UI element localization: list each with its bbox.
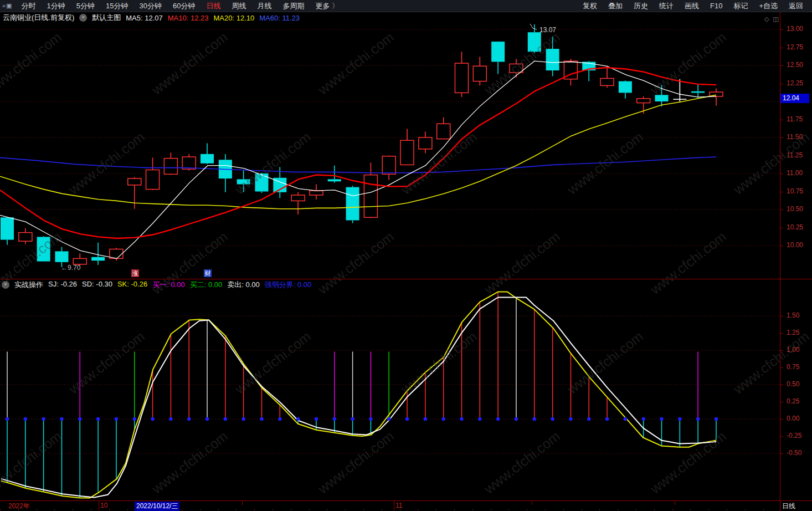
period-tab-5[interactable]: 30分钟 xyxy=(133,1,167,11)
candle xyxy=(400,129,414,165)
candle xyxy=(37,236,50,262)
period-tab-1[interactable]: 分时 xyxy=(16,1,42,11)
price-tick xyxy=(780,120,783,120)
candle xyxy=(19,228,32,244)
price-axis-label: 13.00 xyxy=(787,25,803,33)
time-axis[interactable]: 日线 2022年102022/10/12/三11 xyxy=(0,501,812,511)
main-candlestick-chart[interactable]: ←9.7013.07 xyxy=(0,12,780,279)
tool-button-1[interactable]: 复权 xyxy=(577,1,603,11)
indicator-field: SJ: -0.26 xyxy=(48,280,77,290)
tool-button-5[interactable]: 画线 xyxy=(679,1,705,11)
chevron-down-icon[interactable]: ˅ xyxy=(2,281,9,289)
indicator-tick xyxy=(780,367,783,368)
ma-legend: MA5: 12.07MA10: 12.23MA20: 12.10MA60: 11… xyxy=(126,14,300,22)
tool-button-4[interactable]: 统计 xyxy=(654,1,679,11)
price-tick xyxy=(780,209,783,210)
time-axis-minor-tick xyxy=(242,500,243,505)
zero-line-dot xyxy=(696,417,700,421)
indicator-tick xyxy=(780,419,783,420)
indicator-field: 强弱分界: 0.00 xyxy=(265,280,312,290)
zero-line-dot xyxy=(151,417,154,421)
time-axis-label[interactable]: 10 xyxy=(100,502,107,509)
price-axis-label: 10.50 xyxy=(787,205,803,213)
stock-chart-window: »▣ 分时1分钟5分钟15分钟30分钟60分钟日线周线月线多周期更多 〉 复权叠… xyxy=(0,0,812,511)
zero-line-dot xyxy=(405,417,409,421)
period-tab-7[interactable]: 日线 xyxy=(201,1,226,11)
candle xyxy=(600,66,614,88)
time-axis-label[interactable]: 11 xyxy=(395,502,402,509)
tool-menu: 复权叠加历史统计画线F10标记+自选返回 xyxy=(577,0,812,12)
zero-line-dot xyxy=(205,417,209,421)
zero-line-dot xyxy=(369,417,372,421)
ma-value-MA5: MA5: 12.07 xyxy=(126,14,163,22)
selected-date-label[interactable]: 2022/10/12/三 xyxy=(135,502,179,511)
ma-value-MA20: MA20: 12.10 xyxy=(214,14,255,22)
price-tick xyxy=(780,173,783,174)
zero-line-dot xyxy=(315,417,318,421)
period-tab-10[interactable]: 多周期 xyxy=(277,1,310,11)
indicator-tick xyxy=(780,453,783,454)
price-axis-label: 11.00 xyxy=(787,169,803,177)
tool-button-2[interactable]: 叠加 xyxy=(603,1,628,11)
indicator-curve-SK xyxy=(1,292,716,498)
indicator-axis-label: 0.00 xyxy=(787,415,799,422)
time-axis-label[interactable]: 2022年 xyxy=(8,502,30,511)
zero-line-dot xyxy=(715,417,718,421)
news-badge-财[interactable]: 财 xyxy=(204,269,212,277)
zero-line-dot xyxy=(241,417,245,421)
period-tab-2[interactable]: 1分钟 xyxy=(42,1,71,11)
main-chart-overlay-name[interactable]: 默认主图 xyxy=(92,13,121,23)
collapse-panel-icon[interactable]: »▣ xyxy=(2,2,13,9)
price-axis-label: 10.75 xyxy=(787,187,803,195)
candle xyxy=(255,173,268,193)
price-axis[interactable]: 13.0012.7512.5012.2512.0011.7511.5011.25… xyxy=(780,0,812,511)
chevron-down-icon[interactable]: ˅ xyxy=(79,14,87,22)
price-tick xyxy=(780,84,783,84)
candle xyxy=(291,192,305,214)
diamond-icon[interactable]: ◇ xyxy=(764,16,769,23)
zero-line-dot xyxy=(169,417,172,421)
candle xyxy=(546,37,559,76)
time-axis-minor-tick xyxy=(675,500,675,505)
period-tab-3[interactable]: 5分钟 xyxy=(71,1,100,11)
indicator-tick xyxy=(780,402,783,402)
indicator-field: SK: -0.26 xyxy=(117,280,147,290)
zero-line-dot xyxy=(660,417,663,421)
price-tick xyxy=(780,48,783,48)
period-tab-8[interactable]: 周线 xyxy=(226,1,251,11)
news-badge-涨[interactable]: 涨 xyxy=(131,269,139,277)
indicator-axis-label: 0.75 xyxy=(787,363,799,371)
candle xyxy=(346,186,359,223)
indicator-field: 买一: 0.00 xyxy=(152,280,185,290)
time-axis-tick xyxy=(394,500,394,510)
price-annotation: 13.07 xyxy=(539,26,556,34)
zero-line-dot xyxy=(60,417,63,421)
tool-button-3[interactable]: 历史 xyxy=(628,1,654,11)
period-tab-6[interactable]: 60分钟 xyxy=(167,1,201,11)
period-tab-4[interactable]: 15分钟 xyxy=(100,1,133,11)
time-axis-tick xyxy=(99,500,99,510)
candle xyxy=(201,143,214,164)
tool-button-7[interactable]: 标记 xyxy=(728,1,753,11)
indicator-axis-label: 0.25 xyxy=(787,397,799,405)
indicator-chart[interactable] xyxy=(0,289,780,500)
tool-button-8[interactable]: +自选 xyxy=(753,1,783,11)
candle xyxy=(382,156,395,180)
zero-line-dot xyxy=(24,417,27,421)
zero-line-dot xyxy=(496,417,500,421)
price-tick xyxy=(780,65,783,66)
tool-button-6[interactable]: F10 xyxy=(705,2,728,10)
ma-line-MA60 xyxy=(0,157,716,173)
price-axis-label: 12.75 xyxy=(787,43,803,51)
period-tab-11[interactable]: 更多 〉 xyxy=(310,1,345,11)
zero-line-dot xyxy=(533,417,536,421)
zero-line-dot xyxy=(551,417,554,421)
zero-line-dot xyxy=(115,417,118,421)
indicator-title[interactable]: 实战操作 xyxy=(14,280,43,290)
indicator-tick xyxy=(780,436,783,437)
candle xyxy=(219,154,232,192)
period-tab-9[interactable]: 月线 xyxy=(251,1,277,11)
zero-line-dot xyxy=(605,417,609,421)
split-view-icon[interactable]: ◫ xyxy=(773,16,778,23)
indicator-values: SJ: -0.26SD: -0.30SK: -0.26买一: 0.00买二: 0… xyxy=(48,280,311,290)
